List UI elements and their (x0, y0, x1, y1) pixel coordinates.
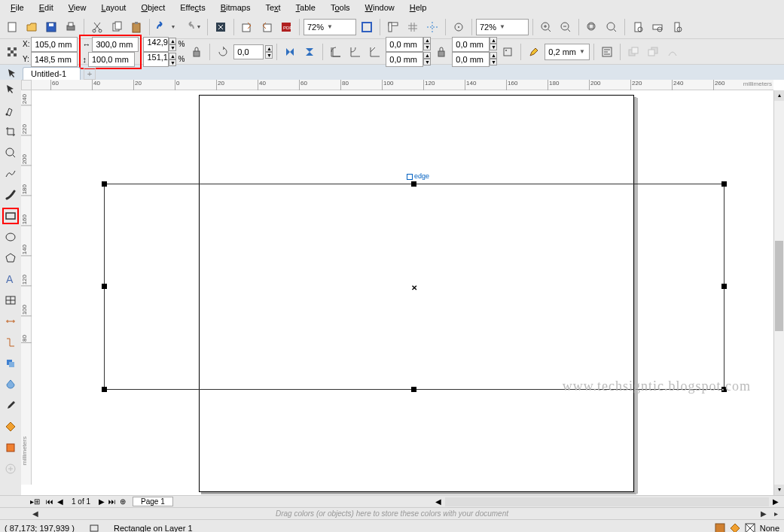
handle-top-left[interactable] (102, 181, 107, 187)
import-button[interactable] (238, 18, 256, 36)
zoom-width-button[interactable] (648, 18, 667, 36)
zoom-selection-button[interactable] (583, 18, 601, 36)
snap-to-button[interactable] (450, 18, 468, 36)
effects-tool[interactable] (2, 355, 19, 372)
menu-tools[interactable]: Tools (325, 2, 356, 14)
zoom-height-button[interactable] (668, 18, 686, 36)
freehand-tool[interactable] (2, 166, 19, 182)
relative-corner-button[interactable] (499, 43, 517, 61)
vertical-scrollbar[interactable]: ▴ ▾ (773, 90, 784, 495)
pick-tool[interactable] (2, 81, 19, 98)
quick-customize-button[interactable] (2, 461, 19, 477)
wrap-text-button[interactable] (598, 43, 616, 61)
scale-x-value[interactable]: 142,9 (143, 37, 169, 52)
menu-help[interactable]: Help (404, 2, 433, 14)
nav-expand-icon[interactable]: ▸⊞ (30, 497, 40, 506)
menu-table[interactable]: Table (290, 2, 322, 14)
corner-round-icon[interactable] (327, 43, 345, 61)
paste-button[interactable] (127, 18, 145, 36)
nav-first[interactable]: ⏮ (44, 497, 55, 506)
zoom-level-combo[interactable]: 72%▼ (304, 19, 356, 35)
outline-width-combo[interactable]: 0,2 mm▼ (545, 44, 590, 60)
handle-top-right[interactable] (721, 181, 727, 187)
lock-corners-button[interactable] (432, 43, 450, 61)
copy-button[interactable] (108, 18, 126, 36)
interactive-fill-tool[interactable] (2, 418, 19, 435)
lock-ratio-button[interactable] (188, 43, 206, 61)
corner-size-2[interactable] (386, 52, 423, 67)
corner-scallop-icon[interactable] (346, 43, 365, 61)
table-tool[interactable] (2, 292, 19, 309)
open-button[interactable] (23, 18, 41, 36)
shape-tool[interactable] (2, 102, 19, 119)
mirror-h-button[interactable] (281, 43, 299, 61)
zoom-level-combo-2[interactable]: 72%▼ (476, 19, 529, 35)
page-tab[interactable]: Page 1 (133, 497, 173, 506)
menu-file[interactable]: File (5, 2, 30, 14)
menu-window[interactable]: Window (359, 2, 401, 14)
tray-menu[interactable]: ▸ (770, 509, 781, 518)
new-tab-button[interactable]: + (84, 68, 96, 80)
width-input[interactable] (92, 37, 139, 52)
handle-top-mid[interactable] (411, 181, 416, 187)
nav-last[interactable]: ⏭ (107, 497, 117, 506)
to-front-button[interactable] (624, 43, 642, 61)
horizontal-scrollbar[interactable] (445, 497, 769, 506)
menu-text[interactable]: Text (259, 2, 286, 14)
pick-tool-shortcut[interactable] (5, 66, 18, 80)
hscroll-left[interactable]: ◀ (433, 497, 444, 506)
selected-rectangle[interactable]: ✕ edge (104, 184, 725, 390)
save-button[interactable] (42, 18, 60, 36)
x-position-input[interactable] (31, 37, 78, 52)
handle-mid-right[interactable] (721, 284, 727, 289)
rectangle-tool[interactable] (2, 208, 19, 224)
document-tab[interactable]: Untitled-1 (23, 67, 81, 80)
show-grid-button[interactable] (404, 18, 422, 36)
y-position-input[interactable] (31, 52, 78, 67)
mirror-v-button[interactable] (300, 43, 319, 61)
export-button[interactable] (258, 18, 276, 36)
convert-curves-button[interactable] (664, 43, 682, 61)
show-rulers-button[interactable] (384, 18, 402, 36)
transparency-tool[interactable] (2, 376, 19, 393)
artistic-media-tool[interactable] (2, 187, 19, 203)
rotation-input[interactable] (233, 44, 264, 59)
cut-button[interactable] (88, 18, 106, 36)
redo-button[interactable]: ▼ (179, 18, 203, 36)
search-button[interactable] (212, 18, 230, 36)
new-doc-button[interactable] (3, 18, 21, 36)
zoom-in-button[interactable] (537, 18, 555, 36)
nav-add-page[interactable]: ⊕ (117, 497, 128, 506)
ruler-corner[interactable] (21, 80, 32, 90)
fill-swatch-icon[interactable] (730, 523, 740, 533)
scroll-thumb[interactable] (775, 241, 783, 331)
corner-size-3[interactable] (452, 37, 490, 52)
tray-scroll-right[interactable]: ▶ (758, 509, 769, 518)
scroll-up[interactable]: ▴ (774, 90, 784, 101)
zoom-tool[interactable] (2, 144, 19, 161)
smart-fill-tool[interactable] (2, 439, 19, 456)
nav-prev[interactable]: ◀ (55, 497, 66, 506)
undo-button[interactable]: ▼ (154, 18, 178, 36)
object-origin-icon[interactable] (3, 43, 21, 61)
drawing-canvas[interactable]: ✕ edge www.techsigntic.blogspot.com (32, 90, 773, 485)
ellipse-tool[interactable] (2, 229, 19, 245)
eyedropper-tool[interactable] (2, 397, 19, 414)
scroll-down[interactable]: ▾ (774, 485, 784, 495)
show-guides-button[interactable] (423, 18, 441, 36)
horizontal-ruler[interactable]: millimeters60402002040608010012014016018… (32, 80, 773, 90)
fullscreen-button[interactable] (358, 18, 376, 36)
nav-next[interactable]: ▶ (96, 497, 107, 506)
publish-pdf-button[interactable]: PDF (277, 18, 295, 36)
corner-chamfer-icon[interactable] (366, 43, 384, 61)
fill-none-icon[interactable] (745, 523, 755, 533)
menu-bitmaps[interactable]: Bitmaps (215, 2, 257, 14)
vertical-ruler[interactable]: 24022020018016014012010080 (21, 90, 32, 485)
menu-edit[interactable]: Edit (33, 2, 59, 14)
dimension-tool[interactable] (2, 313, 19, 330)
menu-object[interactable]: Object (135, 2, 171, 14)
polygon-tool[interactable] (2, 250, 19, 266)
zoom-out-button[interactable] (557, 18, 575, 36)
handle-bottom-left[interactable] (102, 387, 107, 392)
scale-y-value[interactable]: 151,1 (143, 52, 169, 67)
